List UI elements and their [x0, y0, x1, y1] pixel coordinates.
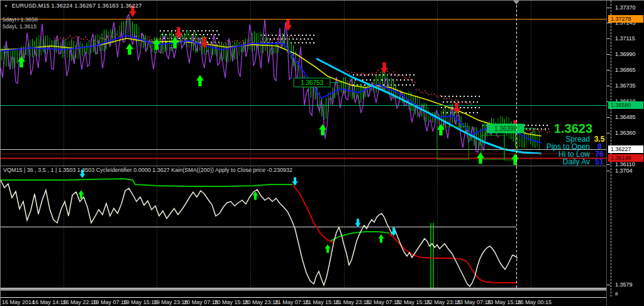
axis-tick-mark — [607, 54, 610, 55]
time-label: 21 May 15:15 — [305, 299, 340, 305]
buy-arrow — [319, 124, 326, 135]
five-day-high-label: 5dayH 1.3658 — [3, 16, 38, 23]
price-axis[interactable]: 1.373701.372451.371151.369901.368651.367… — [606, 1, 644, 306]
axis-tick-mark — [607, 8, 610, 8]
time-label: 16 May 22:15 — [62, 299, 97, 305]
time-label: 19 May 23:15 — [153, 299, 188, 305]
daily-av-label: Daily Av — [563, 158, 590, 166]
cycle-line-red — [389, 233, 518, 283]
sub-chart-canvas[interactable] — [1, 166, 606, 288]
quote-low: 1.36183 — [97, 3, 119, 9]
price-tick-label: 1.36485 — [615, 114, 636, 120]
time-label: 22 May 15:15 — [396, 299, 431, 305]
price-marker-box: 1.36227 — [608, 145, 643, 153]
sell-arrow — [284, 20, 292, 31]
time-label: 16 May 2014 — [2, 299, 35, 305]
axis-tick-mark — [607, 38, 610, 39]
axis-tick-mark — [607, 171, 610, 171]
indicator-header-label: VQM15 | 36 , 3.5 , 1 | 1.3503 1.3503 Cyc… — [3, 167, 292, 173]
mini-pane-scale-label: 8 — [615, 291, 618, 297]
chart-quote-bar: ▼ EURUSD,M15 1.36224 1.36267 1.36183 1.3… — [4, 3, 142, 9]
quote-close: 1.36227 — [120, 3, 142, 9]
price-tick-label: 1.36360 — [615, 130, 636, 136]
axis-tick-mark — [607, 70, 610, 71]
price-marker-box: 1.37278 — [608, 15, 643, 23]
price-tick-label: 1.36865 — [615, 67, 636, 73]
vq-line — [1, 180, 518, 286]
price-tick-label: 1.36735 — [615, 82, 636, 89]
time-label: 23 May 07:15 — [457, 299, 491, 305]
time-label: 19 May 15:15 — [123, 299, 158, 305]
axis-tick-mark — [607, 133, 610, 133]
time-label: 21 May 23:15 — [335, 299, 370, 305]
signal-time-marker — [513, 1, 519, 4]
purple-oscillator-line — [1, 14, 499, 152]
quote-high: 1.36267 — [74, 3, 96, 9]
axis-tick-mark — [607, 117, 610, 118]
indicator-tick-label: 1.3704 — [615, 167, 633, 174]
axis-tick-mark — [607, 164, 610, 165]
time-label: 20 May 15:15 — [214, 299, 248, 305]
buy-arrow — [196, 75, 204, 86]
cycle-line-red — [292, 184, 333, 242]
mt4-chart-window: 1.367531.36399 ▼ EURUSD,M15 1.36224 1.36… — [0, 0, 644, 306]
price-tick-label: 1.36110 — [615, 161, 635, 167]
market-info-panel: 1.3623 Spread 3.5 Pips to Open 9 Hi to L… — [445, 122, 609, 166]
axis-tick-mark — [607, 23, 610, 23]
symbol-timeframe-label: EURUSD,M15 — [12, 3, 50, 9]
axis-tick-mark — [607, 86, 610, 86]
time-label: 20 May 23:15 — [245, 299, 279, 305]
time-label: 22 May 23:15 — [426, 299, 461, 305]
buy-arrow — [379, 234, 384, 243]
current-price-value: 1.3623 — [445, 122, 609, 135]
time-label: 16 May 14:15 — [32, 299, 67, 305]
price-marker-box: 1.36580 — [608, 101, 643, 109]
time-label: 20 May 07:15 — [184, 299, 218, 305]
mini-indicator-pane[interactable] — [1, 291, 606, 297]
price-marker-box: 1.36148 — [608, 154, 643, 162]
sell-arrow — [355, 219, 361, 228]
sell-arrow — [380, 62, 388, 74]
price-flag-label: 1.36753 — [301, 79, 324, 86]
price-tick-label: 1.36990 — [615, 51, 636, 57]
time-label: 21 May 07:15 — [275, 299, 309, 305]
quote-open: 1.36224 — [52, 3, 73, 9]
cycle-line-green — [1, 179, 292, 186]
collapse-triangle-icon[interactable]: ▼ — [4, 4, 8, 8]
time-label: 26 May 00:15 — [517, 299, 552, 305]
time-label: 19 May 07:15 — [93, 299, 128, 305]
price-tick-label: 1.37370 — [615, 4, 636, 11]
axis-tick-mark — [607, 285, 610, 285]
time-label: 22 May 07:15 — [365, 299, 400, 305]
indicator-tick-label: 1.3579 — [615, 281, 633, 288]
time-label: 23 May 15:15 — [487, 299, 521, 305]
buy-arrow — [126, 43, 133, 55]
price-tick-label: 1.37115 — [615, 35, 635, 42]
buy-arrow — [325, 244, 331, 253]
info-row-daily-av: Daily Av 51 — [445, 158, 609, 166]
red-dotted-band — [54, 35, 136, 42]
time-axis[interactable]: 16 May 201416 May 14:1516 May 22:1519 Ma… — [1, 297, 644, 306]
five-day-low-label: 5dayL 1.3615 — [3, 23, 36, 30]
sell-arrow — [453, 103, 460, 114]
